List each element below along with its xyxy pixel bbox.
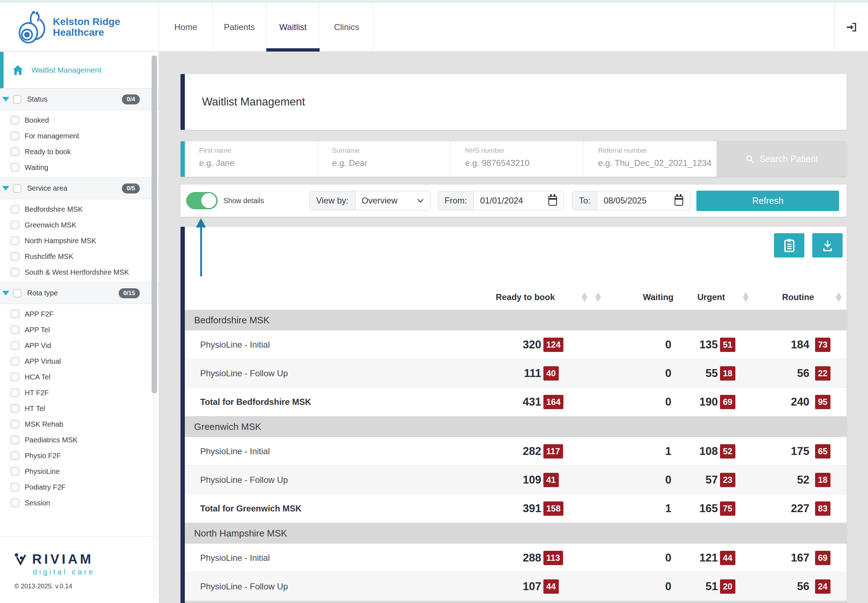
nhs-number-field[interactable]: NHS number e.g. 9876543210: [451, 141, 584, 177]
filter-option-physio-f2f[interactable]: Physio F2F: [0, 448, 159, 464]
logout-button[interactable]: [834, 3, 868, 51]
section-checkbox[interactable]: [13, 95, 22, 104]
routine-value: 56: [749, 580, 813, 593]
routine-value: 240: [749, 396, 813, 408]
search-patient-button[interactable]: Search Patient: [717, 141, 846, 177]
calendar-icon[interactable]: [675, 196, 683, 206]
collapse-icon[interactable]: [2, 291, 9, 295]
filter-section-rota-type[interactable]: Rota type0/15: [0, 282, 159, 304]
filter-option-session[interactable]: Session: [0, 495, 159, 511]
checkbox[interactable]: [11, 404, 19, 413]
checkbox[interactable]: [11, 483, 19, 492]
filter-option-booked[interactable]: Booked: [0, 112, 159, 128]
breach-badge: 113: [543, 551, 563, 565]
breach-badge: 69: [720, 395, 735, 409]
filter-option-app-vid[interactable]: APP Vid: [0, 338, 159, 353]
option-label: APP Virtual: [25, 357, 61, 365]
filter-option-app-tel[interactable]: APP Tel: [0, 322, 159, 338]
filter-option-ready-to-book[interactable]: Ready to book: [0, 144, 159, 159]
checkbox[interactable]: [11, 341, 19, 350]
from-date-input[interactable]: 01/01/2024: [474, 191, 563, 210]
section-count-badge: 0/5: [122, 184, 140, 193]
checkbox[interactable]: [11, 451, 19, 460]
sort-icon[interactable]: [582, 292, 587, 302]
ready-to-book-value: 282: [458, 445, 541, 458]
checkbox[interactable]: [11, 357, 19, 365]
filter-option-waiting[interactable]: Waiting: [0, 159, 159, 175]
checkbox[interactable]: [11, 252, 19, 261]
option-label: PhysioLine: [25, 467, 60, 476]
sort-icon[interactable]: [836, 292, 842, 302]
view-by-select[interactable]: Overview: [355, 191, 431, 210]
waiting-value: 0: [572, 367, 674, 380]
filter-option-ht-tel[interactable]: HT Tel: [0, 400, 159, 416]
first-name-label: First name: [199, 147, 318, 155]
calendar-icon[interactable]: [548, 196, 557, 206]
checkbox[interactable]: [11, 163, 19, 172]
option-label: South & West Hertfordshire MSK: [25, 268, 129, 277]
checkbox[interactable]: [11, 436, 19, 444]
refresh-button[interactable]: Refresh: [697, 191, 839, 211]
tab-clinics[interactable]: Clinics: [320, 3, 373, 51]
filter-option-bedfordshire-msk[interactable]: Bedfordshire MSK: [0, 201, 159, 217]
filter-option-rushcliffe-msk[interactable]: Rushcliffe MSK: [0, 249, 159, 264]
filter-option-paediatrics-msk[interactable]: Paediatrics MSK: [0, 432, 159, 448]
section-checkbox[interactable]: [13, 184, 22, 193]
download-button[interactable]: [812, 233, 843, 258]
filter-option-msk-rehab[interactable]: MSK Rehab: [0, 416, 159, 432]
checkbox[interactable]: [11, 499, 19, 507]
sidebar-scrollbar[interactable]: [151, 55, 157, 598]
checkbox[interactable]: [11, 388, 19, 397]
breach-badge: 51: [720, 338, 735, 352]
breach-badge: 73: [815, 338, 831, 352]
filter-option-hca-tel[interactable]: HCA Tel: [0, 369, 159, 385]
filter-option-ht-f2f[interactable]: HT F2F: [0, 385, 159, 400]
filter-section-status[interactable]: Status0/4: [0, 88, 159, 110]
first-name-field[interactable]: First name e.g. Jane: [185, 141, 318, 177]
sidebar-scrollbar-thumb[interactable]: [151, 56, 157, 393]
filter-section-service-area[interactable]: Service area0/5: [0, 178, 159, 199]
filter-option-podiatry-f2f[interactable]: Podiatry F2F: [0, 479, 159, 495]
checkbox[interactable]: [11, 373, 19, 381]
to-date-input[interactable]: 08/05/2025: [597, 191, 690, 210]
filter-option-south-west-hertfordshire-msk[interactable]: South & West Hertfordshire MSK: [0, 264, 159, 280]
tab-home[interactable]: Home: [159, 3, 213, 51]
breach-badge: 44: [720, 551, 735, 565]
filter-sections: Status0/4BookedFor managementReady to bo…: [0, 88, 159, 513]
collapse-icon[interactable]: [2, 97, 9, 102]
sort-icon[interactable]: [743, 292, 749, 302]
checkbox[interactable]: [11, 310, 19, 318]
annotation-arrow-shaft: [200, 227, 202, 277]
checkbox[interactable]: [11, 116, 19, 124]
tab-patients[interactable]: Patients: [213, 3, 266, 51]
collapse-icon[interactable]: [2, 186, 9, 191]
checkbox[interactable]: [11, 147, 19, 156]
checkbox[interactable]: [11, 237, 19, 245]
surname-field[interactable]: Surname e.g. Dear: [318, 141, 451, 177]
section-checkbox[interactable]: [13, 289, 22, 298]
filter-option-physioline[interactable]: PhysioLine: [0, 464, 159, 479]
breach-badge: 20: [720, 580, 735, 594]
checkbox[interactable]: [11, 131, 19, 140]
breach-badge: 52: [720, 444, 735, 459]
filter-option-app-virtual[interactable]: APP Virtual: [0, 353, 159, 369]
tab-waitlist[interactable]: Waitlist: [266, 3, 320, 51]
filter-option-app-f2f[interactable]: APP F2F: [0, 306, 159, 322]
sort-icon[interactable]: [595, 292, 601, 302]
show-details-toggle[interactable]: [186, 192, 218, 209]
filter-option-for-management[interactable]: For management: [0, 128, 159, 144]
checkbox[interactable]: [11, 325, 19, 334]
referral-number-field[interactable]: Referral number e.g. Thu_Dec_02_2021_123…: [584, 141, 717, 177]
waiting-value: 0: [572, 580, 674, 593]
waiting-value: 0: [572, 339, 674, 351]
checkbox[interactable]: [11, 420, 19, 428]
breach-badge: 75: [720, 501, 735, 516]
filter-option-north-hampshire-msk[interactable]: North Hampshire MSK: [0, 233, 159, 249]
checkbox[interactable]: [11, 221, 19, 229]
sidebar-home-link[interactable]: Waitlist Management: [0, 52, 159, 88]
checkbox[interactable]: [11, 205, 19, 213]
filter-option-greenwich-msk[interactable]: Greenwich MSK: [0, 217, 159, 233]
checkbox[interactable]: [11, 268, 19, 277]
report-button[interactable]: [774, 233, 804, 258]
checkbox[interactable]: [11, 467, 19, 476]
